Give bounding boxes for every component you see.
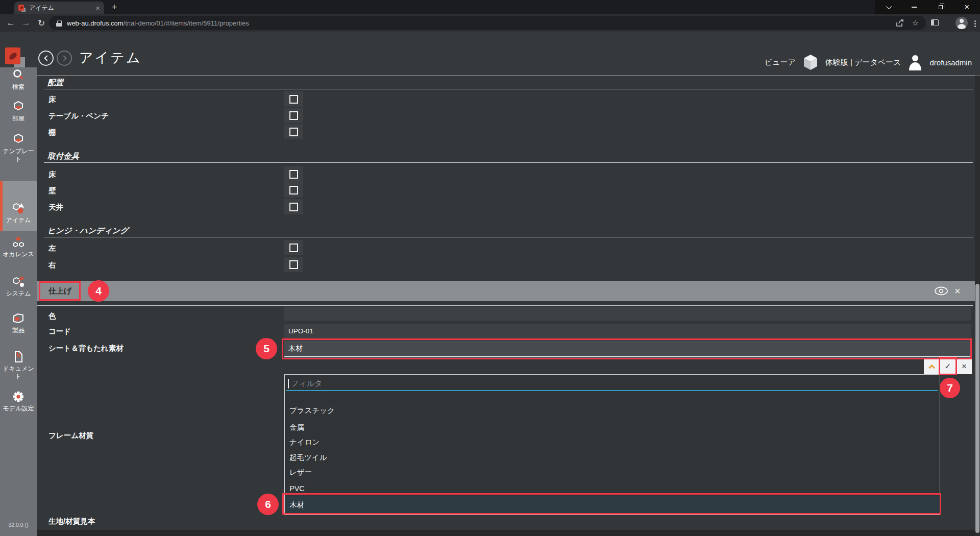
finish-divider — [37, 305, 973, 306]
field-value-code[interactable]: UPO-01 — [284, 324, 971, 338]
browser-forward-icon[interactable]: → — [19, 14, 33, 32]
browser-back-icon[interactable]: ← — [4, 14, 17, 32]
dropdown-option-nylon[interactable]: ナイロン — [285, 434, 940, 450]
sidebar: 検索 部屋 テンプレート アイテム オカレンス システム 製品 — [0, 67, 37, 536]
checkbox-icon — [289, 95, 298, 104]
dropdown-option-leather[interactable]: レザー — [285, 465, 940, 480]
vertical-scrollbar[interactable] — [975, 76, 980, 536]
row-label-table-bench: テーブル・ベンチ — [48, 111, 109, 121]
checkbox-floor2[interactable] — [284, 166, 303, 182]
app-version: 32.0.0 () — [0, 522, 37, 528]
field-label-fabric-sample: 生地/材質見本 — [48, 517, 95, 526]
annotation-badge-7: 7 — [940, 378, 960, 398]
url-path: /trial-demo/01/#/items/item/5911/propert… — [124, 19, 249, 27]
window-close-icon[interactable]: × — [954, 0, 980, 14]
browser-tab-bar: アイテム × + × — [0, 0, 980, 14]
window-controls: × — [875, 0, 980, 14]
system-icon — [12, 275, 25, 288]
items-icon — [12, 202, 25, 215]
scrollbar-thumb[interactable] — [975, 284, 979, 533]
browser-profile-avatar[interactable] — [955, 17, 968, 29]
side-panel-icon[interactable] — [931, 19, 939, 26]
sidebar-item-search[interactable]: 検索 — [0, 68, 37, 91]
user-name[interactable]: drofusadmin — [929, 58, 972, 67]
annotation-badge-6: 6 — [257, 494, 279, 515]
new-tab-button[interactable]: + — [108, 1, 120, 13]
sidebar-item-documents[interactable]: ドキュメント — [0, 350, 37, 380]
annotation-badge-4: 4 — [88, 280, 109, 302]
sidebar-item-occurrences[interactable]: オカレンス — [0, 236, 37, 258]
checkbox-icon — [289, 260, 298, 269]
sidebar-item-templates[interactable]: テンプレート — [0, 133, 37, 163]
sidebar-item-products[interactable]: 製品 — [0, 312, 37, 334]
browser-menu-dots-icon[interactable] — [974, 20, 976, 22]
page-title: アイテム — [79, 48, 142, 67]
text-caret — [288, 379, 289, 388]
sidebar-item-systems[interactable]: システム — [0, 275, 37, 298]
environment-label[interactable]: 体験版 | データベース — [825, 58, 901, 67]
checkbox-icon — [289, 203, 298, 211]
checkbox-wall[interactable] — [284, 182, 303, 198]
window-menu-chevron-icon[interactable] — [875, 0, 901, 14]
row-label-ceiling: 天井 — [48, 203, 63, 212]
viewer-cube-icon[interactable] — [802, 54, 819, 71]
template-box-icon — [12, 133, 25, 146]
editor-collapse-button[interactable] — [924, 358, 939, 374]
finish-close-icon[interactable]: × — [954, 281, 961, 301]
row-label-wall: 壁 — [48, 186, 56, 196]
app-back-button[interactable] — [38, 51, 54, 66]
section-divider — [44, 89, 973, 89]
section-title-mounting: 取付金具 — [47, 151, 79, 162]
dropdown-option-plastic[interactable]: プラスチック — [285, 403, 940, 418]
app-forward-button — [57, 51, 72, 66]
browser-window: アイテム × + × ← → ↻ web-au.drofus.com/trial… — [0, 0, 980, 536]
url-text: web-au.drofus.com/trial-demo/01/#/items/… — [67, 19, 249, 27]
annotation-box-4 — [39, 281, 81, 301]
browser-toolbar: ← → ↻ web-au.drofus.com/trial-demo/01/#/… — [0, 14, 980, 32]
tab-close-icon[interactable]: × — [95, 5, 100, 12]
checkbox-shelf[interactable] — [284, 124, 303, 139]
checkbox-icon — [289, 128, 298, 136]
section-title-placement: 配置 — [47, 78, 63, 88]
sidebar-item-items[interactable]: アイテム — [0, 202, 37, 224]
field-label-color: 色 — [48, 311, 56, 321]
tab-title: アイテム — [29, 4, 92, 12]
address-bar[interactable]: web-au.drofus.com/trial-demo/01/#/items/… — [49, 16, 926, 30]
annotation-badge-5: 5 — [256, 338, 277, 359]
bookmark-star-icon[interactable]: ☆ — [912, 18, 919, 28]
dropdown-option-metal[interactable]: 金属 — [285, 420, 940, 435]
annotation-box-5 — [282, 338, 972, 359]
search-icon — [12, 68, 25, 82]
editor-cancel-button[interactable]: × — [956, 358, 972, 374]
occurrence-icon — [12, 236, 25, 249]
field-value-color[interactable] — [284, 307, 971, 321]
checkbox-table-bench[interactable] — [284, 108, 303, 123]
checkbox-left[interactable] — [284, 240, 303, 255]
checkbox-floor[interactable] — [284, 91, 303, 107]
checkbox-icon — [289, 243, 298, 252]
filter-input[interactable]: フィルタ — [291, 379, 322, 388]
share-icon[interactable] — [896, 19, 904, 27]
row-label-left: 左 — [48, 243, 56, 253]
checkbox-icon — [289, 186, 298, 194]
dropdown-option-twill[interactable]: 起毛ツイル — [285, 450, 940, 465]
window-minimize-icon[interactable] — [901, 0, 928, 14]
window-restore-icon[interactable] — [927, 0, 954, 14]
sidebar-item-rooms[interactable]: 部屋 — [0, 100, 37, 123]
row-label-shelf: 棚 — [48, 128, 56, 137]
url-host: web-au.drofus.com — [67, 19, 124, 27]
viewer-label[interactable]: ビューア — [765, 58, 796, 67]
checkbox-right[interactable] — [284, 257, 303, 272]
browser-reload-icon[interactable]: ↻ — [35, 14, 48, 32]
section-divider — [44, 237, 973, 237]
product-box-icon — [12, 312, 25, 325]
checkbox-ceiling[interactable] — [284, 199, 303, 214]
drofus-logo — [5, 47, 26, 69]
browser-tab[interactable]: アイテム × — [14, 2, 104, 14]
eye-icon[interactable] — [934, 286, 948, 296]
sidebar-item-model-settings[interactable]: モデル設定 — [0, 390, 37, 412]
room-box-icon — [12, 100, 25, 113]
row-label-floor: 床 — [48, 95, 56, 105]
drofus-favicon-icon — [18, 5, 26, 12]
finish-section-bar[interactable]: 仕上げ × — [37, 281, 975, 301]
